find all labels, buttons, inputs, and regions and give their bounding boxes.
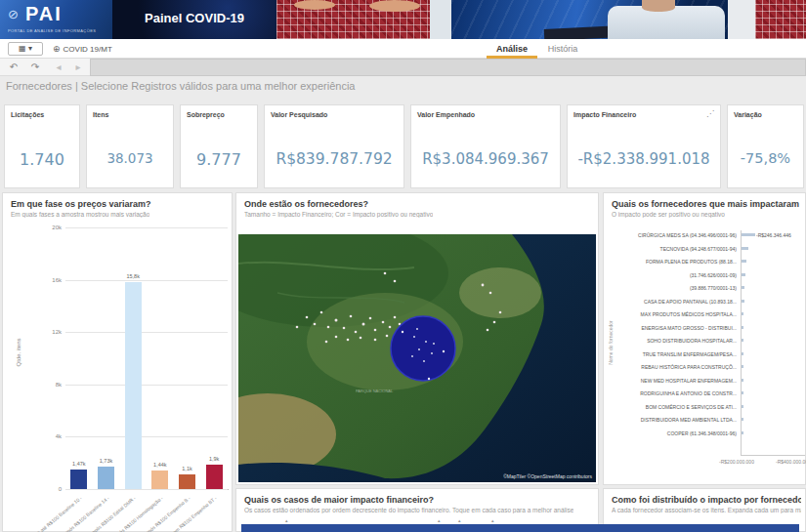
suppliers-impact-panel: Quais os fornecedores que mais impactara… — [603, 192, 806, 485]
phase-bar-3[interactable] — [125, 282, 142, 489]
phase-chart-ylabel: Qtde. itens — [16, 323, 21, 382]
pai-logo-subtext: PORTAL DE ANÁLISE DE INFORMAÇÕES — [8, 28, 96, 33]
kpi-label: Itens — [93, 111, 108, 118]
current-selections-area[interactable] — [90, 59, 806, 76]
cases-title: Quais os casos de maior impacto financei… — [244, 495, 434, 505]
map-attribution: ©MapTiler ©OpenStreetMap contributors — [503, 473, 592, 479]
suppliers-subtitle: O impacto pode ser positivo ou negativo — [612, 211, 725, 218]
supplier-impact-bar[interactable] — [742, 286, 744, 289]
brazil-satellite-map[interactable]: PARQUE NACIONAL ©MapTiler ©OpenStreetMap… — [238, 234, 596, 482]
tab-historia[interactable]: História — [537, 41, 588, 57]
gridline — [65, 436, 228, 437]
banner-photo-plaid-arm — [755, 0, 806, 39]
kpi-value: -R$2.338.991.018 — [568, 150, 720, 168]
supplier-impact-bar[interactable] — [742, 418, 743, 421]
supplier-name[interactable]: (31.746.626/0001-09) — [608, 272, 737, 278]
step-back-icon[interactable]: ↶ — [6, 61, 21, 74]
supplier-impact-bar[interactable] — [742, 312, 743, 315]
supplier-impact-bar[interactable] — [742, 233, 755, 236]
suppliers-title: Quais os fornecedores que mais impactara… — [612, 199, 801, 209]
app-chip[interactable]: ⊕COVID 19/MT — [53, 42, 112, 56]
bar-value-label: 15,8k — [118, 273, 148, 279]
supplier-name[interactable]: TECNOVIDA (94.248.677/0001-94) — [608, 246, 737, 252]
banner-photo-hands — [294, 0, 335, 10]
banner-photo-hands — [369, 0, 420, 12]
step-forward-icon[interactable]: ↷ — [27, 61, 43, 74]
pai-logo[interactable]: ⊘ PAI PORTAL DE ANÁLISE DE INFORMAÇÕES — [0, 0, 112, 39]
previous-selection-icon[interactable]: ◂ — [51, 61, 66, 74]
kpi-card-sobrepre-o[interactable]: Sobrepreço9.777 — [180, 104, 258, 188]
supplier-impact-bar[interactable] — [742, 431, 743, 434]
y-axis-tick: 20k — [40, 225, 62, 230]
supplier-impact-bar[interactable] — [742, 379, 743, 382]
kpi-card-itens[interactable]: Itens38.073 — [86, 104, 174, 188]
supplier-name[interactable]: CASA DE APOIO PANTANAL (10.893.18... — [608, 299, 737, 305]
next-selection-icon[interactable]: ▸ — [70, 61, 86, 74]
supplier-impact-bar[interactable] — [742, 247, 748, 250]
pai-logo-swoosh-icon: ⊘ — [8, 7, 19, 21]
supplier-name[interactable]: NEW MED HOSPITALAR ENFERMAGEM... — [608, 378, 737, 384]
suppliers-xtick: -R$200.000.000 — [698, 459, 776, 465]
supplier-name[interactable]: ENERGISA MATO GROSSO - DISTRIBUI... — [608, 325, 737, 331]
supplier-name[interactable]: (39.886.770/0001-13) — [608, 285, 737, 291]
supplier-name[interactable]: SOHO DISTRIBUIDORA HOSPITALAR... — [608, 338, 737, 344]
supplier-name[interactable]: FORMA PLENA DE PRODUTOS (88.18... — [608, 259, 737, 265]
supplier-impact-bar[interactable] — [742, 260, 746, 263]
map-title: Onde estão os fornecedores? — [244, 199, 368, 209]
sort-caret-icon[interactable]: ▴ — [285, 517, 288, 523]
supplier-impact-bar[interactable] — [742, 365, 743, 368]
sort-caret-icon[interactable]: ▴ — [458, 517, 461, 523]
gridline — [65, 385, 228, 386]
kpi-label: Sobrepreço — [187, 111, 225, 118]
kpi-label: Valor Empenhado — [417, 111, 475, 118]
phase-bar-5[interactable] — [179, 474, 195, 489]
kpi-card-valor-pesquisado[interactable]: Valor PesquisadoR$839.787.792 — [264, 104, 404, 188]
banner-title: Painel COVID-19 — [112, 11, 276, 25]
sheet-title: Fornecedores | Selecione Registros válid… — [6, 80, 355, 92]
kpi-label: Impacto Financeiro — [573, 111, 636, 118]
distribution-title: Como foi distribuído o impacto por forne… — [612, 495, 801, 505]
sort-caret-icon[interactable]: ▴ — [438, 517, 441, 523]
tab-analise[interactable]: Análise — [485, 41, 539, 57]
supplier-impact-bar[interactable] — [742, 391, 743, 394]
sheet-menu-button[interactable]: ▦ ▾ — [8, 42, 43, 56]
kpi-value: R$839.787.792 — [265, 150, 403, 168]
supplier-impact-bar[interactable] — [742, 405, 743, 408]
supplier-impact-bar[interactable] — [742, 300, 744, 303]
phase-bar-6[interactable] — [206, 465, 223, 489]
kpi-value: 1.740 — [5, 150, 79, 169]
supplier-name[interactable]: MAX PRODUTOS MÉDICOS HOSPITALA... — [608, 311, 737, 317]
y-axis-tick: 8k — [40, 382, 62, 388]
supplier-name[interactable]: DISTRIBUIDORA MED AMBIENTAL LTDA... — [608, 417, 737, 423]
supplier-name[interactable]: COOPER (61.346.348/0001-96) — [608, 430, 737, 436]
supplier-impact-bar[interactable] — [742, 273, 745, 276]
kpi-value: 9.777 — [181, 150, 257, 169]
supplier-impact-bar[interactable] — [742, 339, 743, 342]
sort-caret-icon[interactable]: ▴ — [491, 517, 494, 523]
kpi-card-impacto-financeiro[interactable]: Impacto Financeiro-R$2.338.991.018⋰ — [567, 104, 721, 188]
phase-bar-4[interactable] — [151, 471, 168, 489]
supplier-impact-bar[interactable] — [742, 326, 743, 329]
phase-bar-1[interactable] — [70, 470, 87, 489]
kpi-card-varia-o[interactable]: Variação-75,8% — [727, 104, 804, 188]
kpi-card-valor-empenhado[interactable]: Valor EmpenhadoR$3.084.969.367 — [410, 104, 561, 188]
kpi-label: Variação — [734, 111, 762, 118]
kpi-label: Licitações — [11, 111, 44, 118]
kpi-value: R$3.084.969.367 — [411, 150, 560, 168]
supplier-name[interactable]: TRUE TRANSLIM ENFERMAGEM/PESA... — [608, 351, 737, 357]
supplier-impact-bar[interactable] — [742, 352, 743, 355]
gridline — [65, 332, 228, 333]
banner-photo-person-plaid — [276, 0, 445, 39]
map-subtitle: Tamanho = Impacto Financeiro; Cor = Impa… — [244, 211, 433, 218]
supplier-name[interactable]: BOM COMÉRCIO E SERVIÇOS DE ATI... — [608, 404, 737, 410]
map-bubble-cluster[interactable] — [391, 316, 455, 381]
supplier-name[interactable]: REBAU HISTÓRICA PARA CONSTRUÇÕ... — [608, 364, 737, 370]
pai-logo-text: PAI — [25, 3, 63, 25]
table-header-strip[interactable] — [241, 524, 799, 532]
supplier-name[interactable]: CIRÚRGICA MEDS SA (04.346.496/0001-96) — [608, 232, 737, 238]
supplier-name[interactable]: RODRIGUINHA E ANTONIO DE CONSTR... — [608, 390, 737, 396]
distribution-subtitle: A cada fornecedor associam-se os itens. … — [612, 507, 801, 513]
phase-bar-2[interactable] — [98, 467, 114, 489]
kpi-card-licita-es[interactable]: Licitações1.740 — [4, 104, 80, 188]
explore-icon[interactable]: ⋰ — [706, 109, 714, 118]
